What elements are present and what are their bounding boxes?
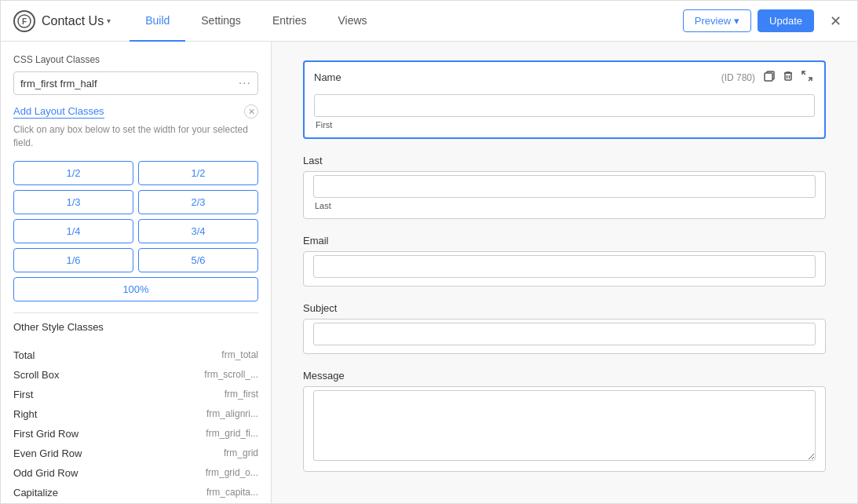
field-container-last[interactable]: Last (303, 171, 826, 219)
content-area: Name (ID 780) (272, 42, 857, 503)
width-btn-sixth-1[interactable]: 1/6 (13, 248, 133, 272)
other-style-header: Other Style Classes (13, 312, 258, 341)
field-input-email[interactable] (313, 255, 816, 278)
style-row-first: First frm_first (13, 385, 258, 404)
svg-rect-2 (765, 73, 772, 81)
width-btn-third-1[interactable]: 1/3 (13, 190, 133, 214)
css-dots-icon[interactable]: ··· (239, 76, 251, 90)
field-actions-name (761, 68, 815, 86)
close-layout-button[interactable]: ✕ (244, 104, 258, 119)
field-container-message[interactable] (303, 386, 826, 472)
svg-text:F: F (22, 17, 27, 26)
style-row-capitalize: Capitalize frm_capita... (13, 483, 258, 502)
preview-button[interactable]: Preview ▾ (683, 9, 751, 32)
expand-field-button[interactable] (799, 68, 815, 86)
width-row-4: 1/6 5/6 (13, 248, 258, 272)
style-row-total: Total frm_total (13, 345, 258, 365)
width-row-2: 1/3 2/3 (13, 190, 258, 214)
field-block-name: Name (ID 780) (303, 60, 826, 139)
sidebar-hint: Click on any box below to set the width … (13, 123, 258, 150)
width-row-3: 1/4 3/4 (13, 219, 258, 243)
field-block-subject: Subject (303, 302, 826, 354)
sidebar: CSS Layout Classes ··· Add Layout Classe… (1, 42, 272, 503)
field-input-message[interactable] (313, 390, 816, 461)
header: F Contact Us ▾ Build Settings Entries Vi… (1, 1, 857, 42)
css-input-row: ··· (13, 71, 258, 95)
field-block-email: Email (303, 235, 826, 287)
field-input-area-message (304, 387, 825, 471)
add-layout-link[interactable]: Add Layout Classes (13, 105, 104, 119)
tab-build[interactable]: Build (130, 1, 185, 42)
field-input-area-name: First (305, 91, 824, 137)
delete-field-button[interactable] (780, 68, 796, 86)
width-btn-full[interactable]: 100% (13, 277, 258, 301)
title-dropdown-icon[interactable]: ▾ (107, 16, 111, 25)
field-input-name-first[interactable] (314, 94, 815, 117)
style-row-odd-grid: Odd Grid Row frm_grid_o... (13, 463, 258, 483)
style-row-first-grid: First Grid Row frm_grid_fi... (13, 424, 258, 444)
width-row-1: 1/2 1/2 (13, 161, 258, 185)
field-container-email[interactable] (303, 251, 826, 287)
width-btn-half-1[interactable]: 1/2 (13, 161, 133, 185)
field-sublabel-last: Last (313, 201, 816, 210)
close-button[interactable]: ✕ (827, 9, 845, 33)
field-label-email-heading: Email (303, 235, 826, 247)
width-btn-third-2[interactable]: 2/3 (138, 190, 258, 214)
duplicate-field-button[interactable] (761, 68, 777, 86)
main-body: CSS Layout Classes ··· Add Layout Classe… (1, 42, 857, 503)
app-container: F Contact Us ▾ Build Settings Entries Vi… (0, 0, 858, 504)
tab-entries[interactable]: Entries (257, 1, 323, 42)
field-sublabel-first: First (314, 120, 815, 130)
svg-rect-3 (785, 73, 791, 80)
width-row-5: 100% (13, 277, 258, 301)
field-input-last[interactable] (313, 175, 816, 198)
tab-settings[interactable]: Settings (185, 1, 257, 42)
tab-views[interactable]: Views (322, 1, 382, 42)
field-label-last-heading: Last (303, 155, 826, 166)
css-classes-input[interactable] (20, 78, 232, 89)
field-input-area-email (304, 252, 825, 286)
width-btn-sixth-2[interactable]: 5/6 (138, 248, 258, 272)
nav-tabs: Build Settings Entries Views (130, 1, 683, 42)
header-actions: Preview ▾ Update ✕ (683, 9, 845, 33)
field-block-last: Last Last (303, 155, 826, 219)
style-row-scrollbox: Scroll Box frm_scroll_... (13, 365, 258, 385)
field-label-message-heading: Message (303, 370, 826, 382)
page-title: Contact Us (42, 14, 104, 28)
field-label-name: Name (314, 71, 341, 83)
width-btn-half-2[interactable]: 1/2 (138, 161, 258, 185)
width-grid: 1/2 1/2 1/3 2/3 1/4 3/4 1/6 5/6 100% (13, 161, 258, 301)
field-block-message: Message (303, 370, 826, 472)
style-row-right: Right frm_alignri... (13, 404, 258, 424)
style-row-even-grid: Even Grid Row frm_grid (13, 444, 258, 463)
field-label-subject-heading: Subject (303, 302, 826, 314)
css-layout-label: CSS Layout Classes (13, 54, 258, 65)
field-container-subject[interactable] (303, 319, 826, 354)
update-button[interactable]: Update (758, 9, 814, 32)
field-header-name: Name (ID 780) (305, 62, 824, 91)
width-btn-quarter-2[interactable]: 3/4 (138, 219, 258, 243)
field-input-area-last: Last (304, 172, 825, 218)
field-input-area-subject (304, 320, 825, 353)
field-input-subject[interactable] (313, 323, 816, 345)
app-logo: F (13, 10, 35, 32)
width-btn-quarter-1[interactable]: 1/4 (13, 219, 133, 243)
field-container-name[interactable]: Name (ID 780) (303, 60, 826, 139)
add-layout-row: Add Layout Classes ✕ (13, 104, 258, 119)
field-id-name: (ID 780) (721, 72, 755, 83)
